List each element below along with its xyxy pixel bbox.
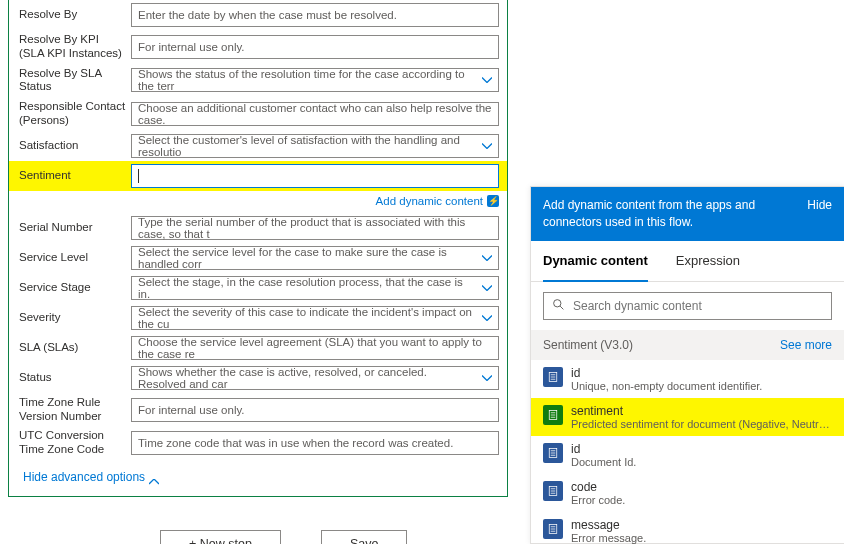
token-item-id[interactable]: idUnique, non-empty document identifier.: [531, 360, 844, 398]
field-input[interactable]: Choose the service level agreement (SLA)…: [131, 336, 499, 360]
tab-expression[interactable]: Expression: [676, 241, 740, 281]
field-label: Responsible Contact (Persons): [19, 100, 131, 128]
token-title: id: [571, 366, 832, 380]
token-icon: [543, 443, 563, 463]
field-label: Serial Number: [19, 221, 131, 235]
token-title: id: [571, 442, 832, 456]
chevron-down-icon: [482, 255, 492, 261]
form-row-11: StatusShows whether the case is active, …: [9, 363, 507, 393]
form-row-1: Resolve By KPI (SLA KPI Instances)For in…: [9, 30, 507, 64]
field-value: Select the service level for the case to…: [138, 246, 474, 270]
search-icon: [552, 298, 565, 314]
token-icon: [543, 367, 563, 387]
field-value: For internal use only.: [138, 404, 245, 416]
search-box[interactable]: [543, 292, 832, 320]
field-select[interactable]: Shows the status of the resolution time …: [131, 68, 499, 92]
form-row-8: Service StageSelect the stage, in the ca…: [9, 273, 507, 303]
field-value: Choose the service level agreement (SLA)…: [138, 336, 492, 360]
token-item-sentiment[interactable]: sentimentPredicted sentiment for documen…: [531, 398, 844, 436]
tab-dynamic-content[interactable]: Dynamic content: [543, 241, 648, 282]
field-value: Shows the status of the resolution time …: [138, 68, 474, 92]
field-label: Sentiment: [19, 169, 131, 183]
field-select[interactable]: Select the severity of this case to indi…: [131, 306, 499, 330]
token-item-message[interactable]: messageError message.: [531, 512, 844, 544]
svg-line-1: [560, 306, 563, 309]
field-value: Choose an additional customer contact wh…: [138, 102, 492, 126]
form-row-10: SLA (SLAs)Choose the service level agree…: [9, 333, 507, 363]
token-item-id[interactable]: idDocument Id.: [531, 436, 844, 474]
token-desc: Predicted sentiment for document (Negati…: [571, 418, 832, 430]
search-input[interactable]: [573, 299, 823, 313]
form-row-0: Resolve ByEnter the date by when the cas…: [9, 0, 507, 30]
dynamic-badge-icon: ⚡: [487, 195, 499, 207]
text-cursor: [138, 169, 139, 183]
field-input[interactable]: [131, 164, 499, 188]
token-title: code: [571, 480, 832, 494]
form-row-13: UTC Conversion Time Zone CodeTime zone c…: [9, 426, 507, 460]
form-rows: Resolve ByEnter the date by when the cas…: [9, 0, 507, 460]
save-button[interactable]: Save: [321, 530, 408, 544]
token-text: sentimentPredicted sentiment for documen…: [571, 404, 832, 430]
field-label: Time Zone Rule Version Number: [19, 396, 131, 424]
token-title: sentiment: [571, 404, 832, 418]
token-text: messageError message.: [571, 518, 832, 544]
form-panel: Resolve ByEnter the date by when the cas…: [8, 0, 508, 497]
field-value: Select the customer's level of satisfact…: [138, 134, 474, 158]
new-step-button[interactable]: + New step: [160, 530, 281, 544]
field-input[interactable]: Choose an additional customer contact wh…: [131, 102, 499, 126]
field-label: SLA (SLAs): [19, 341, 131, 355]
hide-advanced-link[interactable]: Hide advanced options: [9, 460, 507, 484]
token-text: idUnique, non-empty document identifier.: [571, 366, 832, 392]
chevron-down-icon: [482, 143, 492, 149]
field-label: Service Stage: [19, 281, 131, 295]
field-value: Shows whether the case is active, resolv…: [138, 366, 474, 390]
form-row-9: SeveritySelect the severity of this case…: [9, 303, 507, 333]
form-row-12: Time Zone Rule Version NumberFor interna…: [9, 393, 507, 427]
token-desc: Error message.: [571, 532, 832, 544]
field-value: For internal use only.: [138, 41, 245, 53]
chevron-down-icon: [482, 375, 492, 381]
token-item-code[interactable]: codeError code.: [531, 474, 844, 512]
field-value: Select the severity of this case to indi…: [138, 306, 474, 330]
field-select[interactable]: Select the stage, in the case resolution…: [131, 276, 499, 300]
token-desc: Document Id.: [571, 456, 832, 468]
see-more-link[interactable]: See more: [780, 338, 832, 352]
token-title: message: [571, 518, 832, 532]
token-icon: [543, 405, 563, 425]
bottom-buttons: + New step Save: [160, 530, 407, 544]
field-label: Resolve By SLA Status: [19, 67, 131, 95]
field-value: Enter the date by when the case must be …: [138, 9, 397, 21]
field-input[interactable]: Time zone code that was in use when the …: [131, 431, 499, 455]
chevron-down-icon: [482, 315, 492, 321]
panel-header: Add dynamic content from the apps and co…: [531, 187, 844, 241]
svg-point-0: [554, 299, 561, 306]
form-row-3: Responsible Contact (Persons)Choose an a…: [9, 97, 507, 131]
token-list: idUnique, non-empty document identifier.…: [531, 360, 844, 544]
field-label: Severity: [19, 311, 131, 325]
field-input[interactable]: For internal use only.: [131, 398, 499, 422]
dynamic-content-panel: Add dynamic content from the apps and co…: [530, 186, 844, 544]
field-label: Resolve By: [19, 8, 131, 22]
field-label: Satisfaction: [19, 139, 131, 153]
token-desc: Unique, non-empty document identifier.: [571, 380, 832, 392]
form-row-2: Resolve By SLA StatusShows the status of…: [9, 64, 507, 98]
field-select[interactable]: Select the customer's level of satisfact…: [131, 134, 499, 158]
hide-panel-link[interactable]: Hide: [807, 197, 832, 231]
field-input[interactable]: For internal use only.: [131, 35, 499, 59]
section-header: Sentiment (V3.0) See more: [531, 330, 844, 360]
field-value: Select the stage, in the case resolution…: [138, 276, 474, 300]
field-label: Resolve By KPI (SLA KPI Instances): [19, 33, 131, 61]
field-input[interactable]: Type the serial number of the product th…: [131, 216, 499, 240]
field-select[interactable]: Select the service level for the case to…: [131, 246, 499, 270]
form-row-7: Service LevelSelect the service level fo…: [9, 243, 507, 273]
field-select[interactable]: Shows whether the case is active, resolv…: [131, 366, 499, 390]
token-text: idDocument Id.: [571, 442, 832, 468]
field-input[interactable]: Enter the date by when the case must be …: [131, 3, 499, 27]
token-icon: [543, 519, 563, 539]
add-dynamic-content-link[interactable]: Add dynamic content⚡: [376, 195, 499, 207]
field-label: Status: [19, 371, 131, 385]
form-row-6: Serial NumberType the serial number of t…: [9, 213, 507, 243]
field-value: Time zone code that was in use when the …: [138, 437, 453, 449]
chevron-down-icon: [482, 285, 492, 291]
token-desc: Error code.: [571, 494, 832, 506]
